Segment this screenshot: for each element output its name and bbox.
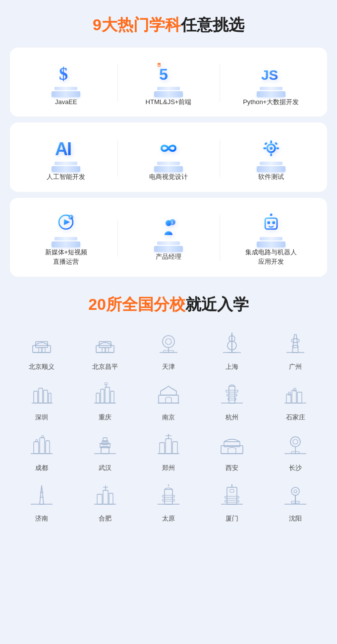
subject-javaee[interactable]: $ JavaEE: [15, 59, 117, 107]
city-tianjin-label: 天津: [162, 362, 175, 371]
subject-robot[interactable]: 集成电路与机器人 应用开发: [220, 210, 322, 267]
city-jinan-label: 济南: [35, 514, 48, 523]
section1-title-highlight: 9大热门学科: [93, 16, 181, 34]
svg-rect-70: [286, 394, 291, 403]
svg-rect-89: [172, 442, 177, 454]
product-icon: i: [150, 214, 187, 252]
city-taiyuan[interactable]: 太原: [137, 480, 200, 523]
jinan-icon: [29, 482, 55, 508]
chongqing-icon: [92, 381, 118, 407]
beijing-changping-icon: [92, 331, 118, 356]
city-taiyuan-label: 太原: [162, 514, 175, 523]
city-xian[interactable]: 西安: [200, 430, 264, 472]
html-icon: 5 H: [150, 59, 187, 97]
city-wuhan[interactable]: 武汉: [73, 430, 137, 472]
city-guangzhou[interactable]: 广州: [264, 329, 327, 371]
svg-rect-73: [288, 392, 290, 395]
city-beijing-shunyi[interactable]: 北京顺义: [10, 329, 73, 371]
city-shenyang-label: 沈阳: [289, 514, 302, 523]
city-tianjin[interactable]: 天津: [137, 329, 200, 371]
subject-test[interactable]: 软件测试: [220, 134, 322, 182]
svg-point-23: [272, 221, 275, 224]
svg-marker-101: [40, 485, 44, 504]
svg-rect-53: [44, 390, 48, 403]
hangzhou-icon: [219, 381, 245, 407]
svg-rect-57: [101, 389, 104, 403]
design-icon: [150, 134, 187, 172]
subject-python[interactable]: JS Python+大数据开发: [220, 59, 322, 107]
svg-point-38: [163, 336, 174, 348]
subject-html[interactable]: 5 H HTML&JS+前端: [117, 59, 220, 107]
beijing-shunyi-icon: [29, 331, 55, 356]
svg-rect-120: [230, 489, 234, 492]
city-shijiazhuang[interactable]: 石家庄: [264, 379, 327, 422]
city-jinan[interactable]: 济南: [10, 480, 73, 523]
wuhan-icon: [92, 432, 118, 458]
svg-rect-35: [102, 348, 105, 352]
city-shenzhen-label: 深圳: [35, 413, 48, 422]
svg-rect-67: [227, 394, 237, 396]
city-beijing-changping[interactable]: 北京昌平: [73, 329, 137, 371]
city-zhengzhou-label: 郑州: [162, 464, 175, 472]
svg-rect-52: [39, 388, 43, 403]
city-xiamen[interactable]: 厦门: [200, 480, 264, 523]
svg-rect-31: [42, 348, 45, 352]
section1-title-rest: 任意挑选: [181, 16, 244, 34]
city-nanjing[interactable]: 南京: [137, 379, 200, 422]
city-hangzhou-label: 杭州: [225, 413, 238, 422]
product-label: 产品经理: [156, 252, 181, 262]
svg-point-39: [166, 339, 171, 345]
city-chongqing[interactable]: 重庆: [73, 379, 137, 422]
city-shenyang[interactable]: 沈阳: [264, 480, 327, 523]
javaee-icon: $: [47, 59, 85, 97]
svg-rect-87: [160, 443, 165, 454]
city-shenzhen[interactable]: 深圳: [10, 379, 73, 422]
city-hefei-label: 合肥: [99, 514, 112, 523]
subject-product[interactable]: i 产品经理: [117, 214, 220, 262]
svg-rect-76: [34, 442, 39, 454]
python-icon: JS: [252, 59, 290, 97]
svg-rect-30: [39, 348, 42, 352]
zhengzhou-icon: [156, 432, 181, 458]
shanghai-icon: [219, 331, 245, 356]
city-zhengzhou[interactable]: 郑州: [137, 430, 200, 472]
section2-title-highlight: 20所全国分校: [88, 295, 185, 313]
robot-icon: [252, 210, 290, 247]
xiamen-icon: [219, 482, 245, 508]
subject-design[interactable]: 电商视觉设计: [117, 134, 220, 182]
city-hangzhou[interactable]: 杭州: [200, 379, 264, 422]
svg-rect-51: [34, 391, 38, 403]
svg-text:AI: AI: [55, 139, 71, 159]
svg-rect-65: [229, 386, 235, 403]
subject-ai[interactable]: AI 人工智能开发: [15, 134, 117, 182]
city-xiamen-label: 厦门: [225, 514, 238, 523]
python-label: Python+大数据开发: [243, 97, 299, 107]
svg-rect-78: [46, 441, 50, 454]
subject-row-2: AI 人工智能开发: [10, 122, 327, 192]
svg-rect-116: [227, 487, 237, 504]
svg-rect-105: [97, 494, 102, 504]
city-shijiazhuang-label: 石家庄: [286, 413, 305, 422]
shenyang-icon: [282, 482, 308, 508]
svg-rect-8: [270, 140, 272, 143]
city-changsha[interactable]: 长沙: [264, 430, 327, 472]
city-chongqing-label: 重庆: [99, 413, 112, 422]
ai-icon: AI: [47, 134, 85, 172]
shijiazhuang-icon: [282, 381, 308, 407]
svg-point-97: [293, 439, 298, 444]
svg-rect-107: [109, 493, 113, 504]
city-chengdu[interactable]: 成都: [10, 430, 73, 472]
media-label: 新媒体+短视频 直播运营: [45, 247, 88, 267]
city-beijing-changping-label: 北京昌平: [92, 362, 118, 371]
svg-rect-66: [226, 390, 238, 392]
svg-rect-85: [103, 438, 107, 442]
svg-point-25: [270, 214, 272, 216]
section1-title: 9大热门学科任意挑选: [10, 15, 327, 36]
html-label: HTML&JS+前端: [146, 97, 192, 107]
city-guangzhou-label: 广州: [289, 362, 302, 371]
city-shanghai[interactable]: 上海: [200, 329, 264, 371]
city-hefei[interactable]: 合肥: [73, 480, 137, 523]
test-label: 软件测试: [258, 172, 284, 182]
javaee-label: JavaEE: [55, 97, 77, 107]
subject-media[interactable]: 新媒体+短视频 直播运营: [15, 210, 117, 267]
